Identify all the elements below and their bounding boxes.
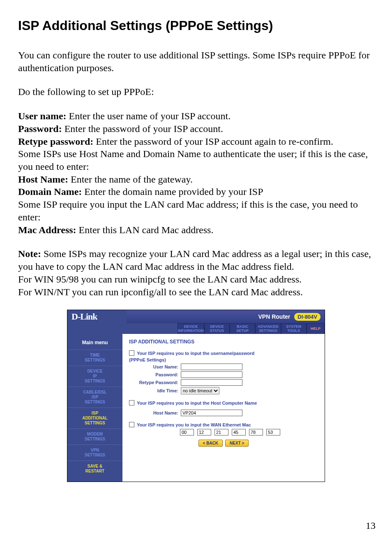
pppoe-subtitle: (PPPoE Settings) bbox=[129, 357, 320, 362]
intro-paragraph: You can configure the router to use addi… bbox=[18, 49, 374, 74]
sidebar-item-cable-dsl[interactable]: CABLE/DSLISPSETTINGS bbox=[67, 387, 122, 408]
label-retype: Retype password: bbox=[18, 136, 93, 147]
section-title: ISP ADDITIONAL SETTINGS bbox=[129, 339, 320, 345]
content-panel: ISP ADDITIONAL SETTINGS Your ISP require… bbox=[122, 334, 325, 482]
page-number: 13 bbox=[366, 520, 376, 531]
label-mac: Mac Address: bbox=[18, 225, 76, 235]
label-idle-time: Idle Time: bbox=[129, 388, 181, 393]
brand-logo: D-Link bbox=[67, 310, 127, 323]
text-password: Enter the password of your ISP account. bbox=[62, 123, 223, 134]
sidebar-item-modem[interactable]: MODEMSETTINGS bbox=[67, 429, 122, 445]
sidebar-item-isp-additional[interactable]: ISPADDITIONALSETTINGS bbox=[67, 408, 122, 429]
check-label-hostname: Your ISP requires you to input the Host … bbox=[137, 401, 257, 405]
label-password: Password: bbox=[18, 123, 62, 134]
input-user-name[interactable] bbox=[181, 364, 242, 370]
text-mac-intro: Some ISP require you input the LAN card … bbox=[18, 199, 358, 222]
input-mac-2[interactable] bbox=[197, 429, 211, 436]
next-button[interactable]: NEXT > bbox=[225, 440, 249, 447]
input-mac-1[interactable] bbox=[180, 429, 194, 436]
tab-system-tools[interactable]: SYSTEMTOOLS bbox=[281, 323, 307, 334]
label-retype-password: Retype Password: bbox=[129, 380, 181, 385]
text-win9598: For WIN 95/98 you can run winipcfg to se… bbox=[18, 274, 302, 285]
text-hostname: Enter the name of the gateway. bbox=[68, 174, 193, 185]
input-mac-6[interactable] bbox=[266, 429, 280, 436]
checkbox-hostname[interactable] bbox=[129, 400, 134, 405]
input-mac-4[interactable] bbox=[232, 429, 246, 436]
sidebar-item-time-settings[interactable]: TIMESETTINGS bbox=[67, 350, 122, 366]
tab-device-status[interactable]: DEVICESTATUS bbox=[204, 323, 230, 334]
sidebar-item-vpn[interactable]: VPNSETTINGS bbox=[67, 445, 122, 461]
tab-device-information[interactable]: DEVICEINFORMATION bbox=[178, 323, 204, 334]
label-password-field: Password: bbox=[129, 372, 181, 377]
tab-advanced-settings[interactable]: ADVANCEDSETTINGS bbox=[255, 323, 281, 334]
label-domain: Domain Name: bbox=[18, 186, 82, 197]
tab-help[interactable]: HELP bbox=[307, 323, 325, 334]
page-title: ISP Additional Settings (PPPoE Settings) bbox=[18, 18, 374, 33]
label-note: Note: bbox=[18, 248, 41, 259]
sidebar: Main menu TIMESETTINGS DEVICEIPSETTINGS … bbox=[67, 334, 122, 482]
sidebar-item-device-ip[interactable]: DEVICEIPSETTINGS bbox=[67, 366, 122, 387]
field-definitions: User name: Enter the user name of your I… bbox=[18, 110, 374, 236]
select-idle-time[interactable]: no idle timeout bbox=[181, 387, 219, 394]
label-hostname: Host Name: bbox=[18, 174, 68, 185]
text-domain: Enter the domain name provided by your I… bbox=[82, 186, 263, 197]
input-mac-5[interactable] bbox=[249, 429, 263, 436]
tab-basic-setup[interactable]: BASICSETUP bbox=[230, 323, 255, 334]
label-user-name: User Name: bbox=[129, 364, 181, 369]
product-name: VPN Router bbox=[258, 313, 291, 320]
input-host-name[interactable] bbox=[181, 410, 242, 416]
text-host-intro: Some ISPs use Host Name and Domain Name … bbox=[18, 148, 368, 172]
lead-paragraph: Do the following to set up PPPoE: bbox=[18, 86, 374, 98]
text-note: Some ISPs may recognize your LAN card Ma… bbox=[18, 248, 371, 272]
note-block: Note: Some ISPs may recognize your LAN c… bbox=[18, 248, 374, 298]
label-username: User name: bbox=[18, 111, 67, 121]
text-retype: Enter the password of your ISP account a… bbox=[93, 136, 333, 147]
model-badge: DI-804V bbox=[294, 313, 321, 321]
input-mac-3[interactable] bbox=[214, 429, 228, 436]
label-host-name-field: Host Name: bbox=[129, 410, 181, 415]
sidebar-item-save-restart[interactable]: SAVE &RESTART bbox=[67, 461, 122, 477]
checkbox-mac[interactable] bbox=[129, 422, 134, 427]
input-retype-password[interactable] bbox=[181, 379, 242, 386]
back-button[interactable]: < BACK bbox=[198, 440, 223, 447]
input-password[interactable] bbox=[181, 371, 242, 378]
text-mac: Enter this LAN card Mac address. bbox=[76, 225, 214, 235]
checkbox-userpass[interactable] bbox=[129, 350, 134, 356]
check-label-userpass: Your ISP requires you to input the usern… bbox=[137, 351, 254, 356]
text-winnt: For WIN/NT you can run ipconfig/all to s… bbox=[18, 287, 303, 297]
sidebar-header: Main menu bbox=[67, 336, 122, 350]
check-label-mac: Your ISP requires you to input the WAN E… bbox=[137, 422, 251, 427]
text-username: Enter the user name of your ISP account. bbox=[67, 111, 231, 121]
router-ui-screenshot: D-Link VPN Router DI-804V DEVICEINFORMAT… bbox=[67, 310, 325, 482]
